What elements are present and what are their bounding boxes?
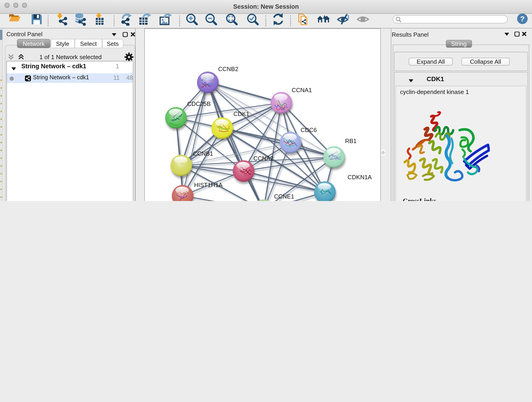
svg-text:CDK1: CDK1	[233, 110, 249, 117]
svg-text:CDC6: CDC6	[300, 127, 317, 133]
svg-text:CCNA2: CCNA2	[253, 155, 273, 162]
svg-text:RB1: RB1	[345, 138, 356, 144]
svg-text:CDKN1A: CDKN1A	[347, 174, 372, 181]
svg-text:CDC25B: CDC25B	[187, 100, 210, 107]
svg-text:CCNE1: CCNE1	[274, 193, 294, 200]
svg-text:CCNA1: CCNA1	[291, 87, 312, 94]
svg-text:HIST1H1A: HIST1H1A	[194, 182, 222, 188]
svg-text:CCNB2: CCNB2	[218, 65, 238, 72]
svg-text:?: ?	[520, 15, 525, 23]
svg-text:CCNB1: CCNB1	[193, 150, 213, 157]
